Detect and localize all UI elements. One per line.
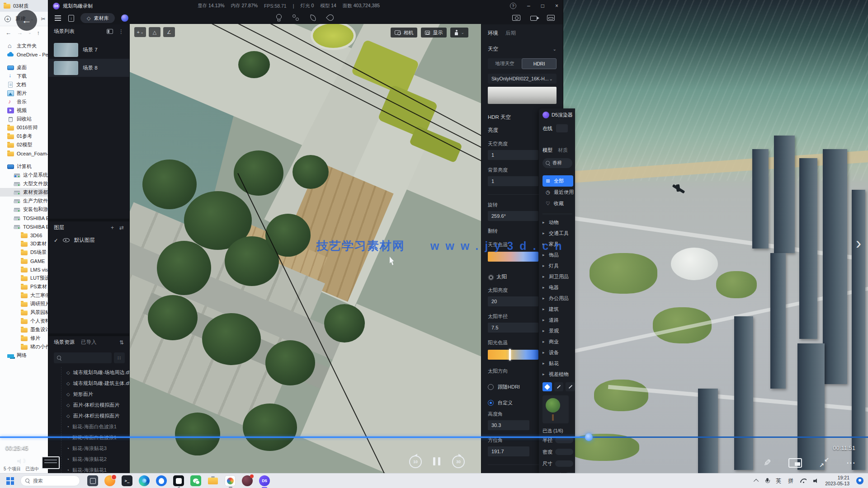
progress-bar-played[interactable] <box>0 436 589 438</box>
property-slider[interactable] <box>555 437 573 443</box>
bg-brightness-input[interactable]: 1 <box>488 176 538 186</box>
altitude-input[interactable]: 30.3 <box>488 420 529 430</box>
collapse-panel-icon[interactable] <box>107 29 113 34</box>
sidebar-item-drive[interactable]: 生产力软件装在 <box>0 197 48 205</box>
sidebar-item-drive[interactable]: 素材资源都在这 <box>0 188 48 197</box>
library-category-item[interactable]: ▸ 灯具 <box>542 260 575 271</box>
sidebar-item[interactable]: 桌面 <box>0 63 48 72</box>
scatter-brush-icon[interactable] <box>542 382 552 391</box>
compass-tool-icon[interactable]: △ <box>149 27 160 37</box>
sidebar-item[interactable]: OneDrive - Perso <box>0 50 48 59</box>
qq-icon[interactable] <box>156 475 167 486</box>
resource-search-input[interactable] <box>54 352 112 363</box>
sidebar-item-drive[interactable]: TOSHIBA EXT ( <box>0 214 48 222</box>
start-button[interactable] <box>6 477 14 485</box>
back-button[interactable]: ← <box>5 29 11 36</box>
sidebar-item-folder[interactable]: 风景园林 <box>0 308 48 317</box>
material-library-button[interactable]: ◇ 素材库 <box>80 13 115 23</box>
maximize-button[interactable]: □ <box>541 3 544 9</box>
sidebar-item-folder[interactable]: 大三寒假 <box>0 291 48 300</box>
library-nav-favorites[interactable]: ♡ 收藏 <box>542 198 573 209</box>
d5-icon[interactable] <box>259 475 270 486</box>
next-chevron-icon[interactable]: › <box>856 234 861 253</box>
progress-bar-remaining[interactable] <box>589 436 868 438</box>
more-options-icon[interactable]: ⋮ <box>118 28 124 35</box>
path-brush-icon[interactable] <box>554 382 564 391</box>
library-category-item[interactable]: ▸ 商业 <box>542 336 575 347</box>
sidebar-item-folder[interactable]: 3D66 <box>0 231 48 239</box>
notification-badge[interactable] <box>856 477 863 484</box>
sidebar-item[interactable]: 0016答辩 <box>0 123 48 132</box>
scene-list-item[interactable]: 场景 8 <box>48 59 129 77</box>
resource-list-item[interactable]: ◇ 面片-体积云模拟面片 <box>48 399 129 410</box>
library-category-item[interactable]: ▸ 建筑 <box>542 304 575 314</box>
measure-tool-icon[interactable]: ∠ <box>163 27 175 37</box>
library-category-item[interactable]: ▸ 动物 <box>542 217 575 228</box>
skip-back-button[interactable]: 10 <box>409 455 422 468</box>
close-button[interactable]: × <box>555 3 558 9</box>
hdri-tab[interactable]: HDRI <box>522 58 557 69</box>
library-nav-recent[interactable]: ◷ 最近使用 <box>542 187 573 198</box>
hdri-preview-image[interactable] <box>488 87 557 104</box>
library-panel-header[interactable]: D5渲染器 <box>542 112 575 118</box>
display-button[interactable]: 显示 <box>421 28 447 38</box>
resource-list-item[interactable]: ◔ 贴花-海浪贴花1 <box>48 465 129 473</box>
sidebar-item[interactable]: 图片 <box>0 89 48 98</box>
sidebar-item-folder[interactable]: 猪の小作业 <box>0 343 48 351</box>
tab-material[interactable]: 材质 <box>558 147 568 154</box>
tab-post[interactable]: 后期 <box>505 30 516 37</box>
sidebar-item[interactable]: 02模型 <box>0 141 48 149</box>
volume-button[interactable]: )) <box>17 458 25 463</box>
camera-button[interactable]: 相机 <box>391 28 417 38</box>
ime-english-indicator[interactable]: 英 <box>776 477 781 485</box>
sidebar-item-folder[interactable]: 调研照片 <box>0 300 48 308</box>
resource-list-item[interactable]: ◇ 城市规划鸟瞰-建筑主体.d5a <box>48 378 129 389</box>
more-options-icon[interactable]: ⋯ <box>846 457 856 468</box>
azimuth-input[interactable]: 191.7 <box>488 446 529 456</box>
grid-view-icon[interactable]: ∷ <box>114 352 125 363</box>
pause-button[interactable] <box>433 457 440 465</box>
add-layer-icon[interactable]: + <box>111 225 114 231</box>
up-button[interactable]: ↑ <box>37 29 40 36</box>
library-nav-all[interactable]: ⊞ 全部 <box>542 175 573 187</box>
sort-icon[interactable]: ⇅ <box>119 339 124 346</box>
resource-list-item[interactable]: ◔ 贴花-海浪贴花3 <box>48 443 129 454</box>
annotate-pencil-icon[interactable]: ✎ <box>764 457 771 468</box>
sky-temp-gradient-slider[interactable] <box>488 252 538 262</box>
playlist-thumbnail-icon[interactable] <box>42 456 60 469</box>
property-slider[interactable] <box>555 449 573 455</box>
sidebar-item[interactable]: 主文件夹 <box>0 42 48 50</box>
property-slider[interactable] <box>555 460 573 467</box>
library-category-item[interactable]: ▸ 家具 <box>542 239 575 249</box>
hdri-file-dropdown[interactable]: SkyOnlyHDRI022_16K-H... ⌄ <box>488 74 557 84</box>
speaker-icon[interactable] <box>813 479 818 483</box>
sidebar-item[interactable]: 视频 <box>0 106 48 115</box>
hidden-icons-chevron[interactable] <box>754 479 759 484</box>
library-category-item[interactable]: ▸ 饰品 <box>542 249 575 260</box>
geo-sky-tab[interactable]: 地理天空 <box>488 58 522 69</box>
sidebar-item-drive[interactable]: 这个是系统盘 (C <box>0 171 48 179</box>
eraser-brush-icon[interactable] <box>566 382 575 391</box>
sidebar-item-folder[interactable]: 3D素材 <box>0 239 48 248</box>
sidebar-item-folder[interactable]: 个人资料 <box>0 317 48 325</box>
edge-icon[interactable] <box>139 475 150 486</box>
resource-list-item[interactable]: ◇ 城市规划鸟瞰-场地周边.d5a <box>48 367 129 378</box>
sun-temp-gradient-slider[interactable] <box>488 350 538 360</box>
viewport-3d-scene[interactable]: +⌄ △ ∠ 相机 显示 ⌄ <box>130 24 481 473</box>
library-category-item[interactable]: ▸ 电器 <box>542 282 575 293</box>
wifi-icon[interactable] <box>800 479 807 483</box>
progress-handle[interactable] <box>585 433 593 441</box>
taskbar-search[interactable]: 搜索 <box>20 475 80 486</box>
rotation-input[interactable]: 259.6° <box>488 211 538 221</box>
taskbar-clock[interactable]: 19:21 2023-05-13 <box>825 475 849 487</box>
visibility-eye-icon[interactable] <box>63 238 70 242</box>
import-icon[interactable]: ↓ <box>68 15 74 22</box>
sidebar-item-folder[interactable]: LMS visual <box>0 265 48 274</box>
sidebar-item[interactable]: 回收站 <box>0 115 48 123</box>
sidebar-item-drive[interactable]: 安装包和游戏放 <box>0 205 48 214</box>
library-category-item[interactable]: ▸ 景观 <box>542 325 575 336</box>
ime-pinyin-indicator[interactable]: 拼 <box>788 477 793 485</box>
menu-icon[interactable] <box>55 18 61 19</box>
move-tool-icon[interactable]: +⌄ <box>134 27 146 37</box>
mini-player-icon[interactable] <box>788 458 802 468</box>
